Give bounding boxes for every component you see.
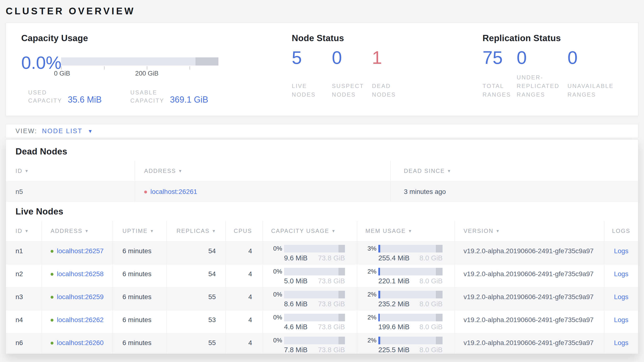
live-status-dot-icon (50, 273, 54, 276)
capacity-axis-ticks (61, 66, 218, 70)
column-label: MEM USAGE (366, 228, 406, 234)
replication-status-title: Replication Status (482, 33, 628, 44)
bar-reserved-segment (436, 268, 442, 275)
node-address-link[interactable]: localhost:26260 (57, 339, 104, 346)
col-header-replicas[interactable]: REPLICAS▼ (166, 221, 226, 241)
column-label: ADDRESS (50, 228, 82, 234)
capacity-total: 73.8 GiB (318, 346, 345, 354)
node-address-link[interactable]: localhost:26262 (57, 316, 104, 323)
mem-total: 8.0 GiB (420, 277, 442, 285)
dead-node-dead-since: 3 minutes ago (390, 181, 638, 202)
node-address-link[interactable]: localhost:26259 (57, 293, 104, 301)
capacity-total: 73.8 GiB (318, 254, 345, 262)
node-cpus: 4 (226, 287, 263, 310)
col-header-capacity-usage[interactable]: CAPACITY USAGE▼ (263, 221, 357, 241)
suspect-nodes-label: SUSPECT NODES (332, 82, 368, 99)
mem-total: 8.0 GiB (420, 300, 442, 308)
cluster-overview-page: CLUSTER OVERVIEW Capacity Usage 0.0% (0, 0, 644, 362)
col-header-id[interactable]: ID▼ (6, 221, 42, 241)
dead-col-header-dead-since[interactable]: DEAD SINCE▼ (390, 161, 638, 181)
logs-link[interactable]: Logs (614, 270, 628, 278)
axis-tick (104, 66, 104, 70)
sort-arrow-icon: ▼ (85, 229, 89, 233)
bar-fill (378, 291, 380, 298)
capacity-usage-bar (284, 337, 345, 344)
col-header-logs: LOGS (604, 221, 638, 241)
node-uptime: 6 minutes (113, 310, 166, 333)
capacity-percent: 0% (271, 337, 282, 344)
logs-link[interactable]: Logs (614, 247, 628, 255)
mem-used: 255.4 MiB (378, 254, 410, 262)
column-label: REPLICAS (176, 228, 210, 234)
column-label: CPUS (234, 228, 252, 234)
mem-usage-bar (378, 291, 442, 298)
capacity-bar: 0 GiB 200 GiB (61, 57, 218, 77)
mem-used: 235.2 MiB (378, 300, 410, 308)
node-address-cell: localhost:26258 (42, 264, 113, 287)
live-node-row: n4 localhost:26262 6 minutes 53 4 0% 4.6… (6, 310, 638, 333)
capacity-axis-labels: 0 GiB 200 GiB (61, 70, 218, 77)
view-label: VIEW: (16, 127, 37, 135)
nodes-panel: Dead Nodes ID▼ ADDRESS▼ DEAD SINCE▼ (6, 139, 638, 354)
col-header-uptime[interactable]: UPTIME▼ (113, 221, 166, 241)
suspect-nodes-count: 0 (332, 48, 372, 67)
node-replicas: 55 (166, 287, 226, 310)
bar-reserved-segment (338, 314, 345, 321)
view-selector-dropdown[interactable]: NODE LIST ▼ (42, 127, 93, 135)
col-header-version[interactable]: VERSION▼ (455, 221, 604, 241)
capacity-used: 9.6 MiB (284, 254, 308, 262)
sort-arrow-icon: ▼ (332, 229, 336, 233)
capacity-usage-section: Capacity Usage 0.0% 0 GiB (16, 33, 286, 116)
unavailable-ranges-stat: 0 UNAVAILABLE RANGES (568, 48, 628, 99)
node-id: n6 (6, 333, 42, 354)
mem-total: 8.0 GiB (420, 254, 442, 262)
live-nodes-heading: Live Nodes (16, 206, 638, 217)
node-capacity-usage-cell: 0% 7.8 MiB73.8 GiB (263, 333, 357, 354)
col-header-cpus[interactable]: CPUS (226, 221, 263, 241)
node-capacity-usage-cell: 0% 8.6 MiB73.8 GiB (263, 287, 357, 310)
node-replicas: 55 (166, 333, 226, 354)
node-cpus: 4 (226, 264, 263, 287)
total-ranges-stat: 75 TOTAL RANGES (482, 48, 516, 99)
node-address-link[interactable]: localhost:26257 (57, 247, 104, 255)
capacity-usage-bar (284, 245, 345, 253)
axis-label-zero: 0 GiB (54, 70, 70, 77)
sort-arrow-icon: ▼ (496, 229, 500, 233)
col-header-address[interactable]: ADDRESS▼ (42, 221, 113, 241)
sort-arrow-icon: ▼ (150, 229, 154, 233)
sort-arrow-icon: ▼ (24, 229, 29, 233)
mem-usage-bar (378, 268, 442, 275)
column-label: DEAD SINCE (404, 168, 445, 174)
logs-link[interactable]: Logs (614, 293, 628, 301)
node-address-link[interactable]: localhost:26258 (57, 270, 104, 278)
replication-status-section: Replication Status 75 TOTAL RANGES 0 UND… (476, 33, 628, 116)
col-header-mem-usage[interactable]: MEM USAGE▼ (357, 221, 455, 241)
column-label: ID (16, 228, 22, 234)
replication-stats: 75 TOTAL RANGES 0 UNDER-REPLICATED RANGE… (482, 48, 628, 99)
node-cpus: 4 (226, 333, 263, 354)
capacity-stats: USED CAPACITY 35.6 MiB USABLE CAPACITY 3… (28, 88, 286, 105)
node-address-cell: localhost:26259 (42, 287, 113, 310)
dead-nodes-table: ID▼ ADDRESS▼ DEAD SINCE▼ n5 localhost:26… (6, 161, 638, 202)
dead-col-header-address[interactable]: ADDRESS▼ (135, 161, 390, 181)
dead-col-header-id[interactable]: ID▼ (6, 161, 135, 181)
dead-nodes-label: DEAD NODES (372, 82, 408, 99)
dead-node-address-link[interactable]: localhost:26261 (150, 188, 197, 195)
unavailable-count: 0 (568, 48, 628, 67)
bar-fill (378, 268, 380, 275)
node-address-cell: localhost:26262 (42, 310, 113, 333)
bar-reserved-segment (338, 268, 345, 275)
logs-link[interactable]: Logs (614, 339, 628, 346)
view-bar: VIEW: NODE LIST ▼ (6, 124, 638, 138)
live-nodes-stat: 5 LIVE NODES (292, 48, 332, 99)
capacity-usage-bar (284, 291, 345, 298)
dead-table-header-row: ID▼ ADDRESS▼ DEAD SINCE▼ (6, 161, 638, 181)
dead-status-dot-icon (144, 191, 147, 194)
logs-link[interactable]: Logs (614, 316, 628, 323)
capacity-usage-bar (284, 314, 345, 321)
mem-usage-bar (378, 337, 442, 344)
node-logs-cell: Logs (604, 241, 638, 264)
under-replicated-ranges-stat: 0 UNDER-REPLICATED RANGES (517, 48, 568, 99)
node-replicas: 53 (166, 310, 226, 333)
capacity-total: 73.8 GiB (318, 323, 345, 331)
